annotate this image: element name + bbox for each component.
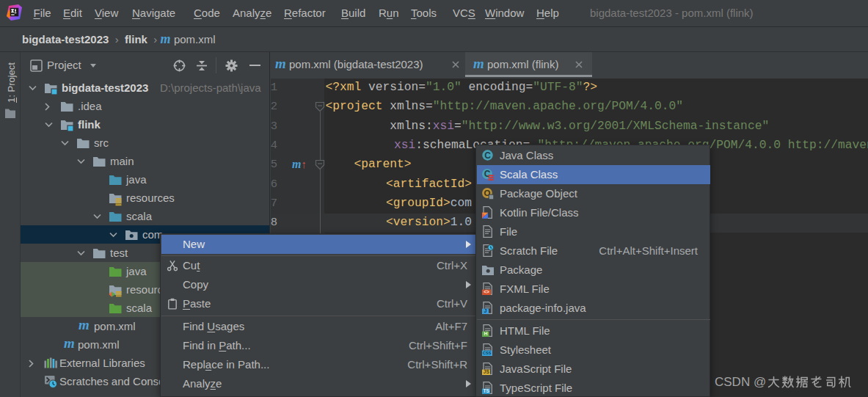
svg-text:J: J: [484, 308, 487, 313]
svg-text:JS: JS: [484, 369, 490, 374]
svg-text:C: C: [484, 150, 491, 161]
svg-text:CSS: CSS: [483, 351, 492, 355]
svg-text:<>: <>: [484, 289, 489, 294]
svg-text:H: H: [484, 331, 487, 336]
svg-text:TS: TS: [484, 388, 490, 393]
